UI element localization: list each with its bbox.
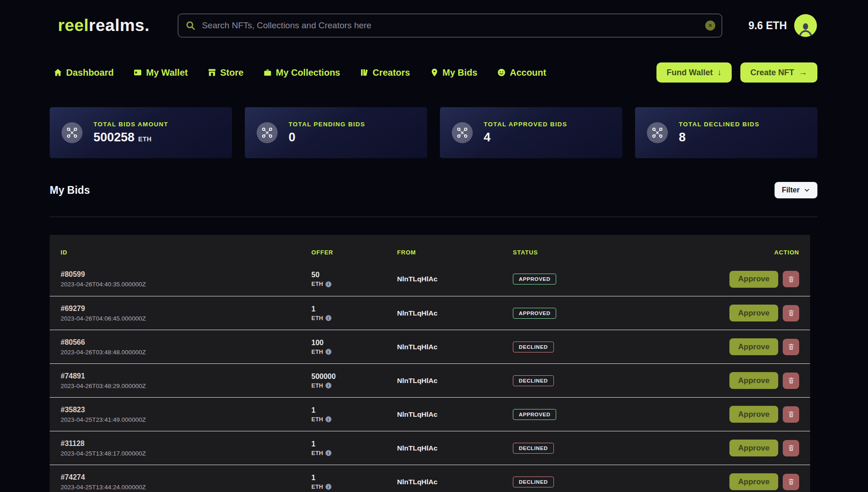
offer-unit: ETH	[311, 383, 323, 389]
fund-wallet-label: Fund Wallet	[666, 68, 713, 78]
info-icon[interactable]	[326, 416, 331, 422]
bid-from: NlnTLqHlAc	[397, 377, 513, 385]
create-nft-label: Create NFT	[750, 68, 794, 78]
stat-label: TOTAL APPROVED BIDS	[484, 121, 567, 128]
info-icon[interactable]	[326, 315, 331, 321]
column-offer: OFFER	[311, 249, 397, 256]
filter-button[interactable]: Filter	[775, 182, 817, 198]
stat-value: 0	[289, 130, 295, 145]
offer-value: 1	[311, 305, 397, 313]
delete-button[interactable]	[783, 339, 799, 355]
status-badge: APPROVED	[513, 274, 556, 285]
bid-timestamp: 2023-04-26T04:40:35.000000Z	[61, 281, 311, 288]
info-icon[interactable]	[326, 484, 331, 490]
search-input[interactable]	[202, 21, 700, 31]
offer-value: 50	[311, 271, 397, 279]
delete-button[interactable]	[783, 305, 799, 321]
logo-accent-text: reel	[58, 16, 89, 35]
nav-item-account[interactable]: Account	[497, 67, 546, 78]
bid-timestamp: 2023-04-25T13:44:24.000000Z	[61, 484, 311, 491]
approve-button[interactable]: Approve	[729, 406, 778, 423]
clear-search-icon[interactable]	[705, 21, 715, 31]
info-icon[interactable]	[326, 383, 331, 388]
bid-from: NlnTLqHlAc	[397, 478, 513, 486]
approve-button[interactable]: Approve	[729, 271, 778, 288]
nav-label: My Bids	[443, 67, 478, 78]
status-badge: DECLINED	[513, 476, 554, 487]
nav-item-my-wallet[interactable]: My Wallet	[133, 67, 188, 78]
search-bar[interactable]	[178, 14, 722, 37]
table-row: #805992023-04-26T04:40:35.000000Z 50ETH …	[50, 262, 810, 296]
nav-item-my-collections[interactable]: My Collections	[263, 67, 340, 78]
offer-unit: ETH	[311, 450, 323, 456]
trash-icon	[787, 410, 795, 418]
offer-unit: ETH	[311, 315, 323, 321]
nav-item-creators[interactable]: Creators	[360, 67, 410, 78]
logo[interactable]: reelrealms.	[58, 16, 150, 35]
bid-id: #80566	[61, 338, 311, 347]
delete-button[interactable]	[783, 373, 799, 389]
status-badge: DECLINED	[513, 342, 554, 352]
avatar[interactable]	[794, 14, 817, 37]
delete-button[interactable]	[783, 474, 799, 490]
stat-unit: ETH	[138, 135, 152, 143]
bid-id: #69279	[61, 305, 311, 313]
page-title: My Bids	[50, 184, 90, 197]
delete-button[interactable]	[783, 406, 799, 423]
stat-card-total-approved-bids: TOTAL APPROVED BIDS 4	[440, 107, 622, 158]
bid-from: NlnTLqHlAc	[397, 410, 513, 419]
approve-button[interactable]: Approve	[729, 338, 778, 355]
stat-label: TOTAL PENDING BIDS	[289, 121, 365, 128]
pin-icon	[430, 68, 439, 77]
nav-item-dashboard[interactable]: Dashboard	[53, 67, 114, 78]
fund-wallet-button[interactable]: Fund Wallet ↓	[656, 62, 732, 83]
approve-button[interactable]: Approve	[729, 305, 778, 321]
briefcase-icon	[263, 68, 272, 77]
my-bids-section-header: My Bids Filter	[50, 182, 817, 217]
trash-icon	[787, 275, 795, 283]
bid-timestamp: 2023-04-26T04:06:45.000000Z	[61, 315, 311, 322]
offer-unit: ETH	[311, 281, 323, 287]
filter-label: Filter	[782, 186, 800, 194]
table-row: #692792023-04-26T04:06:45.000000Z 1ETH N…	[50, 296, 810, 330]
table-row: #805662023-04-26T03:48:48.000000Z 100ETH…	[50, 330, 810, 363]
top-bar: reelrealms. 9.6 ETH	[58, 14, 817, 37]
info-icon[interactable]	[326, 349, 331, 355]
search-icon	[185, 20, 196, 31]
nav-item-store[interactable]: Store	[207, 67, 243, 78]
nav-label: Account	[510, 67, 546, 78]
create-nft-button[interactable]: Create NFT →	[740, 62, 817, 83]
bid-id: #74274	[61, 473, 311, 482]
wallet-icon	[133, 68, 142, 77]
offer-unit: ETH	[311, 349, 323, 355]
column-from: FROM	[397, 249, 513, 256]
approve-button[interactable]: Approve	[729, 372, 778, 389]
stat-card-total-pending-bids: TOTAL PENDING BIDS 0	[245, 107, 427, 158]
network-icon	[647, 122, 668, 143]
nav-label: Creators	[372, 67, 410, 78]
account-area: 9.6 ETH	[749, 14, 817, 37]
info-icon[interactable]	[326, 281, 331, 287]
table-row: #311282023-04-25T13:48:17.000000Z 1ETH N…	[50, 431, 810, 465]
status-badge: DECLINED	[513, 443, 554, 454]
offer-value: 1	[311, 474, 397, 482]
books-icon	[360, 68, 369, 77]
delete-button[interactable]	[783, 271, 799, 287]
column-status: STATUS	[513, 249, 774, 256]
stat-value: 4	[484, 130, 491, 145]
delete-button[interactable]	[783, 440, 799, 456]
nav-label: My Wallet	[146, 67, 188, 78]
info-icon[interactable]	[326, 450, 331, 456]
nav-links: Dashboard My Wallet Store My Collections…	[53, 67, 546, 78]
bids-table: ID OFFER FROM STATUS ACTION #805992023-0…	[50, 235, 810, 492]
logo-rest-text: realms.	[89, 16, 150, 35]
bid-from: NlnTLqHlAc	[397, 309, 513, 317]
nav-item-my-bids[interactable]: My Bids	[430, 67, 478, 78]
wallet-balance: 9.6 ETH	[749, 20, 787, 32]
approve-button[interactable]: Approve	[729, 440, 778, 456]
arrow-down-icon: ↓	[717, 67, 722, 78]
offer-unit: ETH	[311, 416, 323, 423]
approve-button[interactable]: Approve	[729, 473, 778, 490]
column-action: ACTION	[774, 249, 799, 256]
person-icon	[798, 21, 813, 37]
